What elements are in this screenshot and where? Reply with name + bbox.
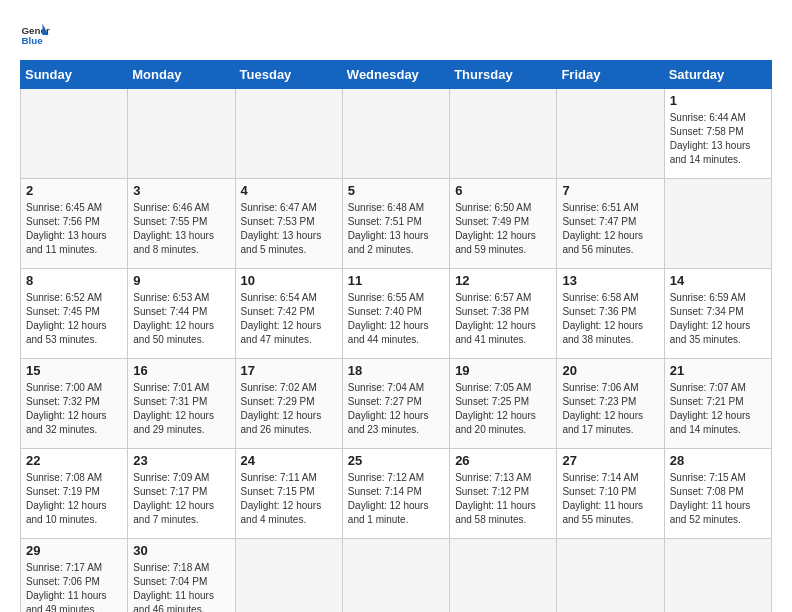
day-number: 28 xyxy=(670,453,766,468)
calendar-day-cell: 20 Sunrise: 7:06 AM Sunset: 7:23 PM Dayl… xyxy=(557,359,664,449)
day-info: Sunrise: 7:01 AM Sunset: 7:31 PM Dayligh… xyxy=(133,381,229,437)
calendar-day-cell: 19 Sunrise: 7:05 AM Sunset: 7:25 PM Dayl… xyxy=(450,359,557,449)
day-number: 7 xyxy=(562,183,658,198)
day-number: 18 xyxy=(348,363,444,378)
calendar-day-cell: 1 Sunrise: 6:44 AM Sunset: 7:58 PM Dayli… xyxy=(664,89,771,179)
day-number: 15 xyxy=(26,363,122,378)
calendar-day-cell: 29 Sunrise: 7:17 AM Sunset: 7:06 PM Dayl… xyxy=(21,539,128,613)
day-info: Sunrise: 7:12 AM Sunset: 7:14 PM Dayligh… xyxy=(348,471,444,527)
day-number: 11 xyxy=(348,273,444,288)
calendar-day-cell: 23 Sunrise: 7:09 AM Sunset: 7:17 PM Dayl… xyxy=(128,449,235,539)
calendar-day-cell: 11 Sunrise: 6:55 AM Sunset: 7:40 PM Dayl… xyxy=(342,269,449,359)
day-of-week-header: Sunday xyxy=(21,61,128,89)
calendar-week-row: 1 Sunrise: 6:44 AM Sunset: 7:58 PM Dayli… xyxy=(21,89,772,179)
day-info: Sunrise: 7:04 AM Sunset: 7:27 PM Dayligh… xyxy=(348,381,444,437)
calendar-day-cell: 7 Sunrise: 6:51 AM Sunset: 7:47 PM Dayli… xyxy=(557,179,664,269)
day-info: Sunrise: 7:08 AM Sunset: 7:19 PM Dayligh… xyxy=(26,471,122,527)
calendar-day-cell xyxy=(235,539,342,613)
day-number: 4 xyxy=(241,183,337,198)
day-number: 26 xyxy=(455,453,551,468)
calendar-day-cell: 25 Sunrise: 7:12 AM Sunset: 7:14 PM Dayl… xyxy=(342,449,449,539)
calendar-day-cell xyxy=(342,89,449,179)
day-info: Sunrise: 7:18 AM Sunset: 7:04 PM Dayligh… xyxy=(133,561,229,612)
page-header: General Blue xyxy=(20,20,772,50)
day-number: 5 xyxy=(348,183,444,198)
day-number: 30 xyxy=(133,543,229,558)
calendar-day-cell xyxy=(664,179,771,269)
calendar-day-cell: 27 Sunrise: 7:14 AM Sunset: 7:10 PM Dayl… xyxy=(557,449,664,539)
day-info: Sunrise: 7:17 AM Sunset: 7:06 PM Dayligh… xyxy=(26,561,122,612)
day-number: 25 xyxy=(348,453,444,468)
day-info: Sunrise: 6:48 AM Sunset: 7:51 PM Dayligh… xyxy=(348,201,444,257)
calendar-day-cell xyxy=(235,89,342,179)
calendar-day-cell xyxy=(342,539,449,613)
calendar-day-cell: 3 Sunrise: 6:46 AM Sunset: 7:55 PM Dayli… xyxy=(128,179,235,269)
day-number: 16 xyxy=(133,363,229,378)
svg-text:Blue: Blue xyxy=(22,35,44,46)
day-info: Sunrise: 6:44 AM Sunset: 7:58 PM Dayligh… xyxy=(670,111,766,167)
day-info: Sunrise: 6:58 AM Sunset: 7:36 PM Dayligh… xyxy=(562,291,658,347)
day-info: Sunrise: 7:14 AM Sunset: 7:10 PM Dayligh… xyxy=(562,471,658,527)
day-info: Sunrise: 6:52 AM Sunset: 7:45 PM Dayligh… xyxy=(26,291,122,347)
calendar-day-cell: 2 Sunrise: 6:45 AM Sunset: 7:56 PM Dayli… xyxy=(21,179,128,269)
calendar-day-cell xyxy=(21,89,128,179)
calendar-day-cell: 10 Sunrise: 6:54 AM Sunset: 7:42 PM Dayl… xyxy=(235,269,342,359)
day-number: 29 xyxy=(26,543,122,558)
day-of-week-header: Friday xyxy=(557,61,664,89)
day-number: 23 xyxy=(133,453,229,468)
calendar-day-cell: 30 Sunrise: 7:18 AM Sunset: 7:04 PM Dayl… xyxy=(128,539,235,613)
day-info: Sunrise: 7:02 AM Sunset: 7:29 PM Dayligh… xyxy=(241,381,337,437)
day-number: 22 xyxy=(26,453,122,468)
day-number: 9 xyxy=(133,273,229,288)
calendar-day-cell: 24 Sunrise: 7:11 AM Sunset: 7:15 PM Dayl… xyxy=(235,449,342,539)
day-number: 8 xyxy=(26,273,122,288)
calendar-day-cell: 14 Sunrise: 6:59 AM Sunset: 7:34 PM Dayl… xyxy=(664,269,771,359)
day-number: 13 xyxy=(562,273,658,288)
calendar-day-cell xyxy=(557,539,664,613)
calendar-day-cell xyxy=(664,539,771,613)
logo: General Blue xyxy=(20,20,50,50)
day-number: 14 xyxy=(670,273,766,288)
calendar-week-row: 2 Sunrise: 6:45 AM Sunset: 7:56 PM Dayli… xyxy=(21,179,772,269)
calendar-day-cell: 8 Sunrise: 6:52 AM Sunset: 7:45 PM Dayli… xyxy=(21,269,128,359)
calendar-day-cell: 4 Sunrise: 6:47 AM Sunset: 7:53 PM Dayli… xyxy=(235,179,342,269)
calendar-day-cell: 15 Sunrise: 7:00 AM Sunset: 7:32 PM Dayl… xyxy=(21,359,128,449)
calendar-day-cell xyxy=(557,89,664,179)
day-number: 3 xyxy=(133,183,229,198)
day-info: Sunrise: 7:07 AM Sunset: 7:21 PM Dayligh… xyxy=(670,381,766,437)
calendar-week-row: 15 Sunrise: 7:00 AM Sunset: 7:32 PM Dayl… xyxy=(21,359,772,449)
day-info: Sunrise: 6:59 AM Sunset: 7:34 PM Dayligh… xyxy=(670,291,766,347)
day-number: 21 xyxy=(670,363,766,378)
day-info: Sunrise: 6:45 AM Sunset: 7:56 PM Dayligh… xyxy=(26,201,122,257)
day-info: Sunrise: 7:13 AM Sunset: 7:12 PM Dayligh… xyxy=(455,471,551,527)
day-number: 12 xyxy=(455,273,551,288)
calendar-body: 1 Sunrise: 6:44 AM Sunset: 7:58 PM Dayli… xyxy=(21,89,772,613)
day-of-week-header: Saturday xyxy=(664,61,771,89)
calendar-day-cell: 26 Sunrise: 7:13 AM Sunset: 7:12 PM Dayl… xyxy=(450,449,557,539)
calendar-day-cell: 18 Sunrise: 7:04 AM Sunset: 7:27 PM Dayl… xyxy=(342,359,449,449)
calendar-day-cell xyxy=(450,539,557,613)
calendar-header-row: SundayMondayTuesdayWednesdayThursdayFrid… xyxy=(21,61,772,89)
day-info: Sunrise: 6:50 AM Sunset: 7:49 PM Dayligh… xyxy=(455,201,551,257)
calendar-table: SundayMondayTuesdayWednesdayThursdayFrid… xyxy=(20,60,772,612)
day-info: Sunrise: 6:47 AM Sunset: 7:53 PM Dayligh… xyxy=(241,201,337,257)
day-number: 10 xyxy=(241,273,337,288)
day-number: 20 xyxy=(562,363,658,378)
day-info: Sunrise: 7:09 AM Sunset: 7:17 PM Dayligh… xyxy=(133,471,229,527)
day-number: 6 xyxy=(455,183,551,198)
calendar-day-cell: 6 Sunrise: 6:50 AM Sunset: 7:49 PM Dayli… xyxy=(450,179,557,269)
logo-icon: General Blue xyxy=(20,20,50,50)
day-info: Sunrise: 7:00 AM Sunset: 7:32 PM Dayligh… xyxy=(26,381,122,437)
day-of-week-header: Thursday xyxy=(450,61,557,89)
day-number: 2 xyxy=(26,183,122,198)
calendar-day-cell: 22 Sunrise: 7:08 AM Sunset: 7:19 PM Dayl… xyxy=(21,449,128,539)
day-of-week-header: Tuesday xyxy=(235,61,342,89)
calendar-day-cell: 16 Sunrise: 7:01 AM Sunset: 7:31 PM Dayl… xyxy=(128,359,235,449)
calendar-day-cell xyxy=(450,89,557,179)
calendar-day-cell: 13 Sunrise: 6:58 AM Sunset: 7:36 PM Dayl… xyxy=(557,269,664,359)
day-info: Sunrise: 6:54 AM Sunset: 7:42 PM Dayligh… xyxy=(241,291,337,347)
day-info: Sunrise: 7:11 AM Sunset: 7:15 PM Dayligh… xyxy=(241,471,337,527)
day-info: Sunrise: 6:57 AM Sunset: 7:38 PM Dayligh… xyxy=(455,291,551,347)
day-info: Sunrise: 6:53 AM Sunset: 7:44 PM Dayligh… xyxy=(133,291,229,347)
day-info: Sunrise: 7:15 AM Sunset: 7:08 PM Dayligh… xyxy=(670,471,766,527)
